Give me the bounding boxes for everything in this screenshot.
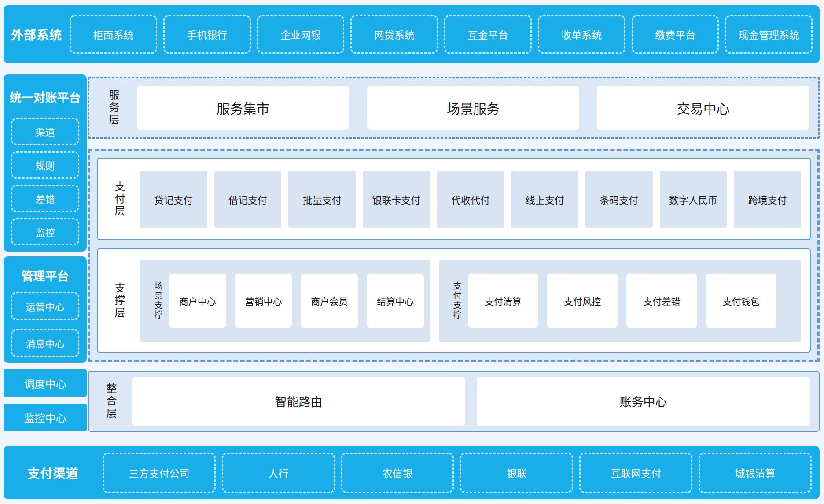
- payment-support-item: 支付钱包: [706, 274, 776, 328]
- reconciliation-item: 差错: [11, 185, 79, 212]
- external-system-item: 收单系统: [538, 15, 625, 54]
- support-layer-groups: 场景支撑 商户中心 营销中心 商户会员 结算中心 支付支撑 支付清算 支付风控 …: [140, 260, 801, 342]
- support-layer: 支撑层 场景支撑 商户中心 营销中心 商户会员 结算中心 支付支撑 支付: [97, 248, 811, 353]
- payment-channel-item: 互联网支付: [579, 453, 692, 493]
- integration-layer-items: 智能路由 账务中心: [132, 377, 810, 426]
- service-layer: 服务层 服务集市 场景服务 交易中心: [88, 77, 820, 139]
- service-item: 场景服务: [367, 86, 580, 130]
- payment-channel-item: 银联: [460, 453, 573, 493]
- payment-item: 代收代付: [437, 171, 504, 228]
- core-layers-wrapper: 支付层 贷记支付 借记支付 批量支付 银联卡支付 代收代付 线上支付 条码支付 …: [88, 149, 820, 362]
- external-systems-items: 柜面系统 手机银行 企业网银 网贷系统 互金平台 收单系统 缴费平台 现金管理系…: [70, 15, 813, 54]
- service-layer-items: 服务集市 场景服务 交易中心: [137, 86, 809, 130]
- reconciliation-item: 渠道: [11, 118, 79, 145]
- scene-support-group: 场景支撑 商户中心 营销中心 商户会员 结算中心: [140, 260, 430, 342]
- external-system-item: 互金平台: [444, 15, 532, 54]
- payment-item: 数字人民币: [660, 171, 727, 228]
- reconciliation-platform-block: 统一对账平台 渠道 规则 差错 监控: [4, 74, 87, 252]
- reconciliation-item: 规则: [11, 151, 79, 179]
- payment-support-label: 支付支撑: [452, 281, 460, 320]
- payment-channels-title: 支付渠道: [4, 464, 103, 482]
- payment-item: 银联卡支付: [363, 171, 430, 228]
- payment-item: 批量支付: [288, 171, 356, 228]
- scene-support-label: 场景支撑: [154, 281, 162, 320]
- payment-layer-label-zone: 支付层: [98, 181, 140, 218]
- external-system-item: 企业网银: [257, 15, 345, 54]
- integration-layer-label-zone: 整合层: [89, 383, 132, 420]
- service-item: 服务集市: [137, 86, 349, 130]
- payment-support-label-zone: 支付支撑: [445, 281, 468, 320]
- payment-support-group: 支付支撑 支付清算 支付风控 支付差错 支付钱包: [439, 260, 801, 342]
- payment-layer-items: 贷记支付 借记支付 批量支付 银联卡支付 代收代付 线上支付 条码支付 数字人民…: [140, 171, 801, 228]
- external-system-item: 缴费平台: [632, 15, 719, 54]
- service-layer-label: 服务层: [108, 89, 118, 126]
- integration-item: 智能路由: [132, 377, 465, 426]
- service-layer-label-zone: 服务层: [89, 89, 137, 126]
- dispatch-center-block: 调度中心: [4, 369, 87, 397]
- management-platform-block: 管理平台 运管中心 消息中心: [4, 256, 87, 363]
- reconciliation-items: 渠道 规则 差错 监控: [4, 118, 87, 245]
- payment-support-items: 支付清算 支付风控 支付差错 支付钱包: [468, 274, 776, 328]
- external-system-item: 现金管理系统: [725, 15, 813, 54]
- scene-support-item: 结算中心: [367, 274, 424, 328]
- payment-item: 线上支付: [511, 171, 578, 228]
- payment-channel-item: 农信银: [341, 453, 454, 493]
- integration-item: 账务中心: [477, 377, 810, 426]
- payment-layer-label: 支付层: [114, 181, 124, 218]
- scene-support-item: 营销中心: [235, 274, 292, 328]
- scene-support-items: 商户中心 营销中心 商户会员 结算中心: [169, 274, 424, 328]
- payment-layer: 支付层 贷记支付 借记支付 批量支付 银联卡支付 代收代付 线上支付 条码支付 …: [97, 158, 811, 240]
- scene-support-label-zone: 场景支撑: [146, 281, 169, 320]
- reconciliation-platform-title: 统一对账平台: [4, 74, 87, 118]
- payment-channels-items: 三方支付公司 人行 农信银 银联 互联网支付 城银清算: [103, 453, 812, 493]
- payment-channel-item: 三方支付公司: [103, 453, 216, 493]
- payment-support-item: 支付差错: [626, 274, 697, 328]
- payment-item: 跨境支付: [734, 171, 801, 228]
- payment-channel-item: 人行: [222, 453, 335, 493]
- external-system-item: 手机银行: [163, 15, 251, 54]
- external-system-item: 网贷系统: [350, 15, 438, 54]
- reconciliation-item: 监控: [11, 218, 79, 245]
- management-item: 消息中心: [11, 329, 79, 357]
- payment-item: 贷记支付: [140, 171, 207, 228]
- scene-support-item: 商户会员: [301, 274, 358, 328]
- payment-channels-bar: 支付渠道 三方支付公司 人行 农信银 银联 互联网支付 城银清算: [4, 446, 820, 499]
- external-systems-title: 外部系统: [4, 26, 70, 43]
- management-platform-title: 管理平台: [4, 256, 87, 292]
- integration-layer: 整合层 智能路由 账务中心: [88, 371, 820, 432]
- payment-channel-item: 城银清算: [699, 453, 812, 493]
- support-layer-label-zone: 支撑层: [98, 282, 140, 319]
- scene-support-item: 商户中心: [169, 274, 226, 328]
- external-systems-bar: 外部系统 柜面系统 手机银行 企业网银 网贷系统 互金平台 收单系统 缴费平台 …: [4, 5, 820, 63]
- payment-support-item: 支付清算: [468, 274, 538, 328]
- support-layer-label: 支撑层: [114, 282, 124, 319]
- service-item: 交易中心: [597, 86, 809, 130]
- integration-layer-label: 整合层: [105, 383, 116, 420]
- management-item: 运管中心: [11, 292, 79, 320]
- monitor-center-block: 监控中心: [4, 404, 87, 431]
- payment-item: 借记支付: [214, 171, 282, 228]
- payment-support-item: 支付风控: [547, 274, 618, 328]
- external-system-item: 柜面系统: [70, 15, 157, 54]
- payment-item: 条码支付: [585, 171, 653, 228]
- management-items: 运管中心 消息中心: [4, 292, 87, 357]
